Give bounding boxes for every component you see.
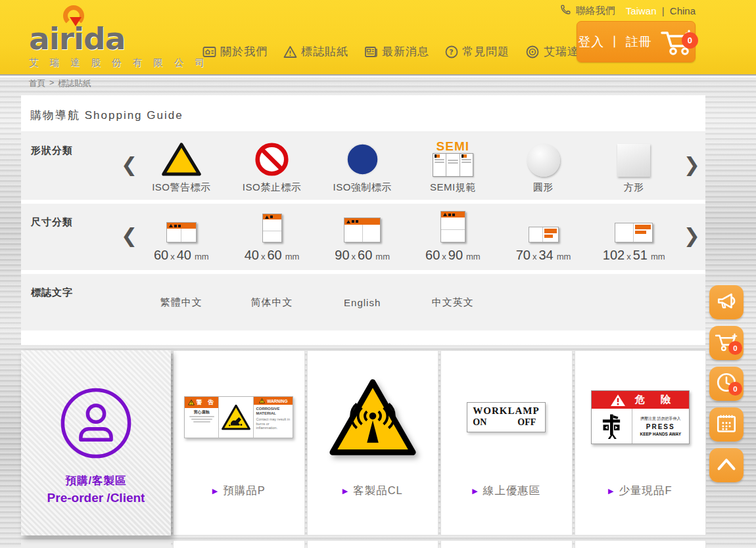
nav-item-about[interactable]: 關於我們 <box>202 44 268 59</box>
size-thumb-60x40-icon <box>166 211 197 242</box>
lang-item-chinese-english[interactable]: 中文英文 <box>408 296 498 309</box>
product-card-custom[interactable]: ▶ 客製品CL <box>307 350 439 536</box>
breadcrumb-home-link[interactable]: 首頁 <box>29 78 45 89</box>
product-link-small-stock[interactable]: ▶ 少量現品F <box>608 484 673 498</box>
megaphone-icon <box>715 290 738 314</box>
region-divider: | <box>662 5 665 16</box>
chevron-up-icon <box>715 455 738 475</box>
size-item-90x60[interactable]: 90x60mm <box>317 204 408 270</box>
square-shape-icon <box>617 139 650 177</box>
floating-cart-button[interactable]: 0 <box>709 326 744 360</box>
logo-brand-text: airida <box>29 22 174 55</box>
lang-item-traditional-chinese[interactable]: 繁體中文 <box>136 296 227 309</box>
shape-item-iso-warning[interactable]: ISO警告標示 <box>136 132 227 200</box>
corrosive-warning-label-image: 警 告 當心腐蝕 WARNING <box>174 351 304 484</box>
featured-card-titles: 預購/客製區 Pre-order /Client <box>47 474 145 505</box>
arrow-right-icon: ▶ <box>608 488 613 495</box>
shape-category-row: 形狀分類 ❮ ISO警告標示 ISO禁止標示 ISO強制標示 <box>21 132 705 200</box>
chevron-left-icon[interactable]: ❮ <box>121 154 137 174</box>
featured-card-preorder-client[interactable]: 預購/客製區 Pre-order /Client <box>21 350 171 536</box>
floating-cart-badge: 0 <box>728 341 742 355</box>
newspaper-icon <box>364 45 378 58</box>
person-circle-icon <box>60 387 132 462</box>
iso-warning-triangle-icon <box>162 139 201 177</box>
size-item-40x60[interactable]: 40x60mm <box>227 204 318 270</box>
phone-icon <box>560 4 571 17</box>
product-link-online-deals[interactable]: ▶ 線上優惠區 <box>472 484 540 498</box>
corrosive-symbol-icon <box>221 403 251 431</box>
size-thumb-102x51-icon <box>615 211 653 242</box>
danger-triangle-icon <box>610 394 626 407</box>
arrow-right-icon: ▶ <box>212 488 218 495</box>
shopping-guide-panel: 購物導航 Shopping Guide 形狀分類 ❮ ISO警告標示 ISO禁止… <box>21 95 705 345</box>
history-button[interactable]: 0 <box>709 367 744 401</box>
history-badge: 0 <box>728 382 742 396</box>
region-taiwan-link[interactable]: Taiwan <box>626 5 657 16</box>
product-category-grid: 預購/客製區 Pre-order /Client 警 告 當心腐蝕 <box>21 350 706 536</box>
shape-item-square[interactable]: 方形 <box>588 132 679 200</box>
semi-label-icon: SEMI <box>433 139 473 177</box>
size-item-60x90[interactable]: 60x90mm <box>408 204 498 270</box>
size-item-70x34[interactable]: 70x34mm <box>498 204 589 270</box>
login-register-button[interactable]: 登入 丨 註冊 0 <box>577 21 696 62</box>
login-register-label: 登入 丨 註冊 <box>578 34 652 51</box>
arrow-right-icon: ▶ <box>472 488 477 495</box>
shape-item-iso-mandatory[interactable]: ISO強制標示 <box>317 132 408 200</box>
press-hazard-symbol-icon <box>592 409 632 444</box>
radiation-warning-triangle-image <box>308 351 438 484</box>
floating-action-column: 0 0 <box>709 285 744 482</box>
size-thumb-90x60-icon <box>344 211 381 242</box>
lang-item-english[interactable]: English <box>317 297 408 308</box>
product-card-small-stock[interactable]: 危 險 <box>575 350 707 536</box>
region-china-link[interactable]: China <box>670 5 696 16</box>
product-link-preorder[interactable]: ▶ 預購品P <box>212 484 266 498</box>
label-text-row: 標誌文字 繁體中文 简体中文 English 中文英文 <box>21 274 705 331</box>
cart-count-badge: 0 <box>682 32 698 49</box>
contact-us-link[interactable]: 聯絡我們 <box>560 4 615 17</box>
size-thumb-40x60-icon <box>262 211 282 242</box>
product-grid-second-row <box>21 540 706 548</box>
nav-item-news[interactable]: 最新消息 <box>364 44 429 59</box>
product-card-online-deals[interactable]: WORKLAMP ON OFF ▶ 線上優惠區 <box>440 350 573 536</box>
nav-item-stickers[interactable]: 標誌貼紙 <box>283 44 348 59</box>
svg-text:?: ? <box>449 48 454 57</box>
size-row-label: 尺寸分類 <box>31 216 73 229</box>
product-card-preorder[interactable]: 警 告 當心腐蝕 WARNING <box>173 350 305 536</box>
top-utility-bar: 聯絡我們 Taiwan | China <box>560 3 696 18</box>
iso-prohibition-icon <box>254 139 289 177</box>
region-switcher: Taiwan | China <box>626 5 696 16</box>
nav-item-label: 常見問題 <box>462 44 509 59</box>
back-to-top-button[interactable] <box>709 448 744 482</box>
size-item-60x40[interactable]: 60x40mm <box>136 204 227 270</box>
mini-warning-triangle-icon <box>259 398 265 403</box>
chevron-right-icon[interactable]: ❯ <box>684 225 700 245</box>
chevron-left-icon[interactable]: ❮ <box>121 225 137 245</box>
shape-item-circle[interactable]: 圓形 <box>498 132 589 200</box>
size-thumb-60x90-icon <box>440 211 465 242</box>
shopping-guide-title: 購物導航 Shopping Guide <box>21 95 705 132</box>
circle-shape-icon <box>527 139 560 177</box>
calendar-button[interactable] <box>709 407 744 442</box>
shape-item-semi[interactable]: SEMI SEMI規範 <box>408 132 498 200</box>
eye-icon <box>525 45 540 58</box>
lang-item-simplified-chinese[interactable]: 简体中文 <box>227 296 318 309</box>
about-icon <box>202 45 216 58</box>
chevron-right-icon[interactable]: ❯ <box>684 154 700 174</box>
size-item-102x51[interactable]: 102x51mm <box>588 204 679 270</box>
shape-row-label: 形狀分類 <box>31 145 73 157</box>
announcement-button[interactable] <box>709 285 744 319</box>
arrow-right-icon: ▶ <box>343 488 348 495</box>
site-logo[interactable]: airida 艾 瑞 達 股 份 有 限 公 司 <box>29 7 174 69</box>
mini-warning-triangle-icon <box>188 400 195 405</box>
header-cart: 0 <box>660 28 694 57</box>
contact-us-label: 聯絡我們 <box>576 5 615 17</box>
warning-triangle-icon <box>283 45 297 58</box>
nav-item-label: 最新消息 <box>382 44 429 59</box>
breadcrumb: 首頁 > 標誌貼紙 <box>29 78 91 89</box>
product-link-custom[interactable]: ▶ 客製品CL <box>343 484 403 498</box>
nav-item-label: 關於我們 <box>220 44 268 59</box>
nav-item-faq[interactable]: ? 常見問題 <box>445 44 509 59</box>
text-row-label: 標誌文字 <box>31 286 73 299</box>
shape-item-iso-prohibition[interactable]: ISO禁止標示 <box>227 132 318 200</box>
danger-label-image: 危 險 <box>575 351 706 484</box>
